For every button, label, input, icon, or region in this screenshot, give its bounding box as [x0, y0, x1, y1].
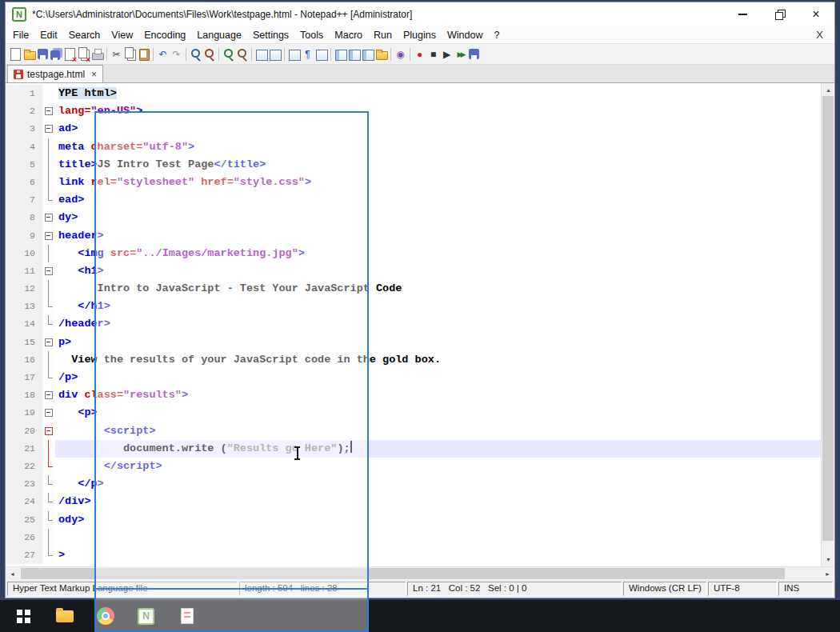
new-file-icon[interactable] — [9, 46, 22, 63]
code-text[interactable]: <p> — [55, 404, 821, 422]
document-map-icon[interactable] — [347, 46, 361, 63]
fold-toggle-icon[interactable] — [42, 334, 55, 351]
taskbar-start-button[interactable] — [3, 600, 44, 632]
scroll-down-arrow-icon[interactable]: ▼ — [822, 553, 834, 566]
code-line-26[interactable]: 26 — [6, 529, 821, 546]
word-wrap-icon[interactable] — [287, 46, 301, 63]
status-eol-format[interactable]: Windows (CR LF) — [623, 582, 706, 596]
code-line-13[interactable]: 13 </h1> — [6, 298, 821, 315]
code-text[interactable]: document.write ("Results go Here"); — [55, 440, 821, 458]
code-line-18[interactable]: 18div class="results"> — [6, 386, 821, 404]
menu-item-window[interactable]: Window — [442, 26, 488, 44]
document-list-icon[interactable] — [361, 46, 374, 63]
close-button[interactable]: × — [798, 2, 834, 26]
folder-as-workspace-icon[interactable] — [374, 46, 388, 63]
code-text[interactable]: YPE html> — [55, 85, 821, 102]
scroll-up-arrow-icon[interactable]: ▲ — [822, 83, 834, 97]
fold-toggle-icon[interactable] — [42, 120, 55, 138]
zoom-out-icon[interactable] — [235, 46, 249, 63]
taskbar-document-app[interactable] — [166, 600, 207, 632]
stop-macro-icon[interactable]: ■ — [426, 46, 440, 63]
editor[interactable]: 1YPE html>2lang="en-US">3ad>4meta charse… — [6, 83, 834, 566]
tab-testpage-html[interactable]: testpage.html × — [7, 65, 103, 82]
save-icon[interactable] — [36, 46, 50, 63]
code-line-5[interactable]: 5title>JS Intro Test Page</title> — [6, 156, 821, 174]
menu-item-file[interactable]: File — [7, 26, 34, 44]
code-text[interactable]: <h1> — [55, 262, 821, 280]
code-text[interactable]: ody> — [55, 511, 821, 529]
save-macro-icon[interactable] — [467, 46, 481, 63]
fold-toggle-icon[interactable] — [42, 262, 55, 280]
menu-item-encoding[interactable]: Encoding — [138, 26, 191, 44]
copy-icon[interactable] — [123, 46, 137, 63]
undo-icon[interactable]: ↶ — [156, 46, 170, 63]
redo-icon[interactable]: ↷ — [170, 46, 183, 63]
code-text[interactable] — [55, 529, 821, 546]
horizontal-scrollbar[interactable]: ◄ ► — [6, 566, 834, 580]
menu-item-view[interactable]: View — [106, 26, 138, 44]
code-line-15[interactable]: 15p> — [6, 334, 821, 351]
code-text[interactable]: div class="results"> — [55, 386, 821, 404]
paste-icon[interactable] — [137, 46, 150, 63]
zoom-in-icon[interactable] — [222, 46, 235, 63]
code-text[interactable]: /div> — [55, 493, 821, 510]
play-macro-icon[interactable]: ▶ — [440, 46, 454, 63]
code-text[interactable]: title>JS Intro Test Page</title> — [55, 156, 821, 174]
code-line-24[interactable]: 24/div> — [6, 493, 821, 510]
menu-item-macro[interactable]: Macro — [329, 26, 368, 44]
code-line-16[interactable]: 16 View the results of your JavaScript c… — [6, 351, 821, 369]
status-insert-mode[interactable]: INS — [778, 582, 833, 596]
code-text[interactable]: <script> — [55, 422, 821, 440]
code-line-2[interactable]: 2lang="en-US"> — [6, 102, 821, 120]
code-line-25[interactable]: 25ody> — [6, 511, 821, 529]
code-text[interactable]: /p> — [55, 369, 821, 386]
run-macro-multiple-icon[interactable]: ▶▶ — [454, 46, 467, 63]
menu-item-tools[interactable]: Tools — [294, 26, 329, 44]
replace-icon[interactable] — [202, 46, 216, 63]
code-text[interactable]: ead> — [55, 191, 821, 209]
code-text[interactable]: > — [55, 546, 821, 564]
taskbar-chrome-browser[interactable] — [85, 600, 126, 632]
indent-guide-icon[interactable] — [314, 46, 328, 63]
code-text[interactable]: meta charset="utf-8"> — [55, 138, 821, 156]
fold-toggle-icon[interactable] — [42, 102, 55, 120]
find-icon[interactable] — [189, 46, 202, 63]
code-text[interactable]: link rel="stylesheet" href="style.css"> — [55, 174, 821, 191]
vertical-scroll-thumb[interactable] — [822, 96, 834, 541]
show-all-characters-icon[interactable]: ¶ — [301, 46, 314, 63]
code-line-11[interactable]: 11 <h1> — [6, 262, 821, 280]
code-line-21[interactable]: 21 document.write ("Results go Here"); — [6, 440, 821, 458]
menu-item-settings[interactable]: Settings — [247, 26, 294, 44]
code-line-6[interactable]: 6link rel="stylesheet" href="style.css"> — [6, 174, 821, 191]
code-text[interactable]: lang="en-US"> — [55, 102, 821, 120]
sync-vertical-scroll-icon[interactable] — [254, 46, 268, 63]
code-line-22[interactable]: 22 </script> — [6, 458, 821, 475]
code-line-9[interactable]: 9header> — [6, 227, 821, 245]
code-text[interactable]: ad> — [55, 120, 821, 138]
code-text[interactable]: <img src="../Images/marketing.jpg"> — [55, 245, 821, 262]
menu-item-language[interactable]: Language — [191, 26, 247, 44]
code-line-20[interactable]: 20 <script> — [6, 422, 821, 440]
menu-item-run[interactable]: Run — [368, 26, 398, 44]
minimize-button[interactable] — [724, 2, 761, 26]
menu-item-?[interactable]: ? — [488, 26, 505, 44]
save-all-icon[interactable] — [50, 46, 63, 63]
code-line-17[interactable]: 17/p> — [6, 369, 821, 386]
code-line-27[interactable]: 27> — [6, 546, 821, 564]
fold-toggle-icon[interactable] — [42, 422, 55, 440]
code-line-23[interactable]: 23 </p> — [6, 475, 821, 493]
taskbar-notepad-plus-plus[interactable] — [126, 600, 166, 632]
close-icon[interactable] — [63, 46, 77, 63]
tab-close-icon[interactable]: × — [91, 69, 97, 80]
code-line-7[interactable]: 7ead> — [6, 191, 821, 209]
code-line-3[interactable]: 3ad> — [6, 120, 821, 138]
restore-button[interactable] — [761, 2, 798, 26]
code-text[interactable]: Intro to JavaScript - Test Your JavaScri… — [55, 280, 821, 298]
code-text[interactable]: View the results of your JavaScript code… — [55, 351, 821, 369]
close-all-icon[interactable] — [77, 46, 90, 63]
code-text[interactable]: /header> — [55, 315, 821, 333]
scroll-left-arrow-icon[interactable]: ◄ — [6, 567, 19, 581]
taskbar-file-explorer[interactable] — [44, 600, 85, 632]
code-line-14[interactable]: 14/header> — [6, 315, 821, 333]
fold-toggle-icon[interactable] — [42, 386, 55, 404]
